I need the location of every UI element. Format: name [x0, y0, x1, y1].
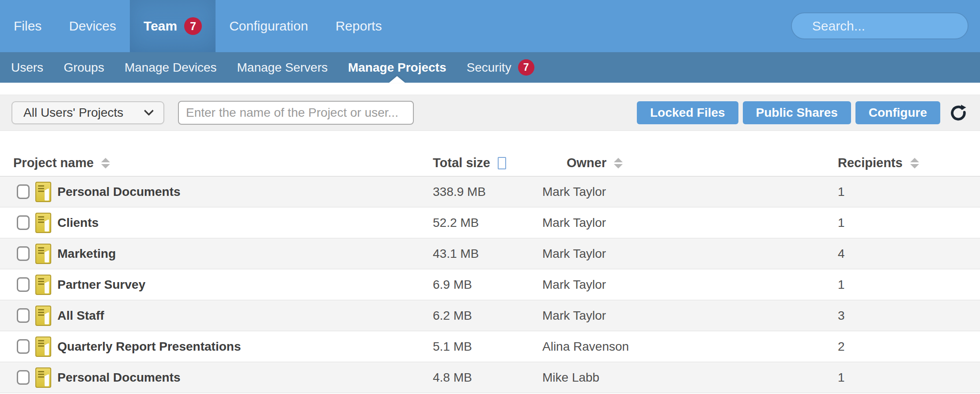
row-checkbox-cell — [0, 184, 35, 199]
project-name[interactable]: Personal Documents — [57, 185, 431, 199]
row-checkbox[interactable] — [17, 308, 30, 323]
project-total-size: 52.2 MB — [431, 216, 542, 230]
subnav-label: Manage Servers — [237, 61, 328, 75]
projects-toolbar: All Users' Projects Locked Files Public … — [0, 95, 980, 131]
subnav-item-manage-devices[interactable]: Manage Devices — [114, 52, 227, 83]
row-checkbox[interactable] — [17, 370, 30, 385]
table-row[interactable]: Quarterly Report Presentations 5.1 MB Al… — [0, 331, 980, 362]
row-checkbox-cell — [0, 370, 35, 385]
row-checkbox-cell — [0, 215, 35, 230]
row-checkbox[interactable] — [17, 215, 30, 230]
subnav-label: Users — [11, 61, 43, 75]
project-name[interactable]: Personal Documents — [57, 371, 431, 385]
column-label: Total size — [433, 156, 490, 170]
project-scope-value: All Users' Projects — [23, 106, 123, 120]
row-icon-cell — [35, 367, 57, 388]
table-row[interactable]: Clients 52.2 MB Mark Taylor 1 — [0, 207, 980, 238]
nav-tab-devices[interactable]: Devices — [55, 0, 130, 52]
row-checkbox-cell — [0, 339, 35, 354]
column-label: Project name — [13, 156, 94, 170]
active-tab-pointer-icon — [389, 76, 405, 83]
project-name[interactable]: Quarterly Report Presentations — [57, 340, 431, 354]
project-owner: Mike Labb — [542, 371, 838, 385]
project-name[interactable]: Marketing — [57, 247, 431, 261]
table-body: Personal Documents 338.9 MB Mark Taylor … — [0, 176, 980, 393]
project-total-size: 4.8 MB — [431, 371, 542, 385]
project-recipients: 4 — [838, 247, 980, 261]
nav-tab-reports[interactable]: Reports — [322, 0, 396, 52]
nav-tab-label: Configuration — [229, 19, 308, 34]
nav-tab-label: Devices — [69, 19, 116, 34]
project-folder-icon — [35, 244, 51, 264]
configure-button[interactable]: Configure — [855, 101, 940, 124]
subnav-item-groups[interactable]: Groups — [53, 52, 114, 83]
subnav-label: Manage Projects — [348, 61, 446, 75]
row-icon-cell — [35, 275, 57, 295]
subnav-item-security[interactable]: Security 7 — [456, 52, 544, 83]
row-icon-cell — [35, 182, 57, 202]
project-owner: Mark Taylor — [542, 247, 838, 261]
project-total-size: 43.1 MB — [431, 247, 542, 261]
public-shares-button[interactable]: Public Shares — [743, 101, 851, 124]
project-owner: Mark Taylor — [542, 309, 838, 323]
table-row[interactable]: Partner Survey 6.9 MB Mark Taylor 1 — [0, 269, 980, 300]
project-name[interactable]: Clients — [57, 216, 431, 230]
project-folder-icon — [35, 306, 51, 326]
nav-tab-files[interactable]: Files — [0, 0, 55, 52]
project-total-size: 5.1 MB — [431, 340, 542, 354]
row-icon-cell — [35, 213, 57, 233]
subnav-item-manage-projects[interactable]: Manage Projects — [338, 52, 457, 83]
project-recipients: 1 — [838, 278, 980, 292]
project-folder-icon — [35, 337, 51, 357]
row-checkbox[interactable] — [17, 339, 30, 354]
locked-files-button[interactable]: Locked Files — [637, 101, 738, 124]
row-checkbox-cell — [0, 277, 35, 292]
project-recipients: 1 — [838, 185, 980, 199]
subnav-item-users[interactable]: Users — [1, 52, 53, 83]
sort-arrows-icon[interactable] — [910, 158, 919, 168]
column-header-project-name[interactable]: Project name — [0, 156, 431, 170]
refresh-icon — [949, 103, 968, 122]
project-total-size: 338.9 MB — [431, 185, 542, 199]
sort-arrows-icon[interactable] — [614, 158, 623, 168]
project-folder-icon — [35, 367, 51, 388]
nav-tab-label: Team — [144, 19, 177, 34]
top-navigation-bar: Files Devices Team 7 Configuration Repor… — [0, 0, 980, 52]
row-icon-cell — [35, 306, 57, 326]
global-search[interactable] — [791, 12, 969, 39]
global-search-input[interactable] — [811, 18, 980, 34]
nav-tab-team[interactable]: Team 7 — [130, 0, 216, 52]
column-header-owner[interactable]: Owner — [542, 156, 838, 170]
project-folder-icon — [35, 275, 51, 295]
project-filter-input[interactable] — [178, 101, 414, 125]
missing-glyph-icon — [498, 157, 506, 169]
project-name[interactable]: All Staff — [57, 309, 431, 323]
projects-table: Project name Total size Owner Recipients — [0, 150, 980, 393]
sort-arrows-icon[interactable] — [101, 158, 110, 168]
table-row[interactable]: Personal Documents 338.9 MB Mark Taylor … — [0, 176, 980, 207]
nav-tab-label: Reports — [336, 19, 382, 34]
table-row[interactable]: Personal Documents 4.8 MB Mike Labb 1 — [0, 362, 980, 393]
row-checkbox[interactable] — [17, 184, 30, 199]
table-row[interactable]: Marketing 43.1 MB Mark Taylor 4 — [0, 238, 980, 269]
project-total-size: 6.9 MB — [431, 278, 542, 292]
project-owner: Mark Taylor — [542, 216, 838, 230]
subnav-item-manage-servers[interactable]: Manage Servers — [227, 52, 338, 83]
subnav-label: Security — [466, 61, 511, 75]
security-notification-badge: 7 — [518, 59, 534, 76]
column-header-total-size[interactable]: Total size — [431, 156, 542, 170]
nav-tab-configuration[interactable]: Configuration — [216, 0, 322, 52]
project-name[interactable]: Partner Survey — [57, 278, 431, 292]
project-folder-icon — [35, 213, 51, 233]
project-recipients: 3 — [838, 309, 980, 323]
column-label: Recipients — [838, 156, 903, 170]
subnav-label: Groups — [64, 61, 104, 75]
table-row[interactable]: All Staff 6.2 MB Mark Taylor 3 — [0, 300, 980, 331]
project-owner: Mark Taylor — [542, 185, 838, 199]
refresh-button[interactable] — [948, 103, 969, 123]
row-checkbox[interactable] — [17, 277, 30, 292]
column-header-recipients[interactable]: Recipients — [838, 156, 980, 170]
table-header-row: Project name Total size Owner Recipients — [0, 150, 980, 176]
project-scope-dropdown[interactable]: All Users' Projects — [11, 101, 164, 124]
row-checkbox[interactable] — [17, 246, 30, 261]
